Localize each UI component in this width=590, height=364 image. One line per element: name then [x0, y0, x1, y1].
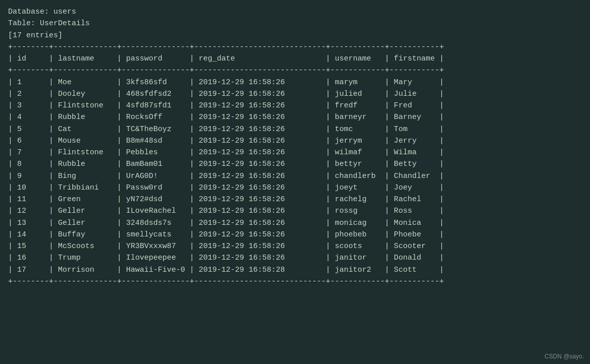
entries-line: [17 entries] — [8, 30, 586, 41]
database-line: Database: users — [8, 6, 586, 18]
terminal: Database: users Table: UserDetails [17 e… — [4, 4, 590, 289]
watermark: CSDN @sayo. — [545, 353, 584, 360]
table-line: Table: UserDetails — [8, 18, 586, 29]
table-output: +--------+--------------+---------------… — [8, 41, 586, 287]
